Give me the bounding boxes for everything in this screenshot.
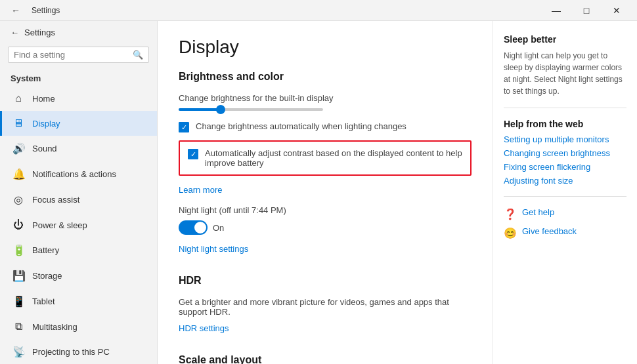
contrast-highlight-box[interactable]: ✓ Automatically adjust contrast based on… [179, 140, 472, 176]
learn-more-link[interactable]: Learn more [179, 185, 222, 195]
auto-brightness-checkbox[interactable]: ✓ [179, 122, 189, 132]
feedback-row[interactable]: 😊 Give feedback [504, 226, 626, 240]
get-help-link[interactable]: Get help [522, 207, 554, 217]
sidebar-item-battery[interactable]: 🔋 Battery [0, 237, 157, 263]
night-light-row: Night light (off until 7:44 PM) [179, 205, 472, 215]
sidebar-label-projecting: Projecting to this PC [32, 347, 110, 357]
sidebar-item-sound[interactable]: 🔊 Sound [0, 136, 157, 161]
sidebar-section-title: System [0, 68, 157, 86]
display-icon: 🖥 [12, 117, 24, 129]
right-panel: Sleep better Night light can help you ge… [493, 21, 637, 364]
web-link-2[interactable]: Fixing screen flickering [504, 162, 626, 172]
sidebar-item-home[interactable]: ⌂ Home [0, 86, 157, 111]
web-link-0[interactable]: Setting up multiple monitors [504, 134, 626, 144]
auto-brightness-label: Change brightness automatically when lig… [196, 121, 406, 131]
divider-2 [504, 196, 626, 197]
get-help-icon: ❓ [504, 208, 517, 220]
give-feedback-link[interactable]: Give feedback [522, 226, 577, 236]
tablet-icon: 📱 [12, 295, 24, 308]
app-body: ← Settings 🔍 System ⌂ Home 🖥 Display 🔊 S… [0, 21, 637, 364]
get-help-row[interactable]: ❓ Get help [504, 207, 626, 221]
sidebar-label-power: Power & sleep [32, 220, 87, 230]
focus-icon: ◎ [12, 193, 24, 206]
auto-brightness-row[interactable]: ✓ Change brightness automatically when l… [179, 121, 472, 132]
sidebar-label-battery: Battery [32, 245, 59, 255]
sidebar-label-multitasking: Multitasking [32, 322, 77, 332]
minimize-button[interactable]: — [541, 0, 571, 21]
titlebar-left: ← Settings [5, 0, 60, 21]
back-icon: ← [11, 28, 19, 37]
search-icon: 🔍 [133, 50, 143, 60]
night-light-toggle[interactable] [179, 220, 208, 235]
hdr-settings-link[interactable]: HDR settings [179, 323, 229, 333]
sidebar-label-sound: Sound [32, 144, 57, 153]
home-icon: ⌂ [12, 92, 24, 104]
divider-1 [504, 108, 626, 108]
sidebar-item-display[interactable]: 🖥 Display [0, 111, 157, 136]
sound-icon: 🔊 [12, 142, 24, 155]
brightness-section-title: Brightness and color [179, 71, 472, 83]
page-title: Display [179, 37, 472, 58]
sidebar-label-storage: Storage [32, 271, 62, 281]
close-button[interactable]: ✕ [602, 0, 632, 21]
night-light-toggle-row: On [179, 220, 472, 235]
night-light-settings-link[interactable]: Night light settings [179, 244, 248, 254]
contrast-label: Automatically adjust contrast based on t… [205, 148, 462, 168]
sidebar-item-projecting[interactable]: 📡 Projecting to this PC [0, 339, 157, 364]
sidebar-label-home: Home [32, 94, 55, 104]
sleep-desc: Night light can help you get to sleep by… [504, 50, 626, 97]
scale-title: Scale and layout [179, 354, 472, 364]
hdr-desc: Get a brighter and more vibrant picture … [179, 297, 472, 317]
sidebar-item-storage[interactable]: 💾 Storage [0, 263, 157, 289]
web-help-title: Help from the web [504, 119, 626, 129]
sidebar-back-label: Settings [24, 28, 55, 37]
maximize-button[interactable]: □ [571, 0, 602, 21]
sidebar-search-container[interactable]: 🔍 [8, 47, 149, 63]
sidebar-item-power[interactable]: ⏻ Power & sleep [0, 212, 157, 237]
web-link-3[interactable]: Adjusting font size [504, 176, 626, 186]
battery-icon: 🔋 [12, 244, 24, 256]
multitasking-icon: ⧉ [12, 321, 24, 333]
sidebar-item-notifications[interactable]: 🔔 Notifications & actions [0, 161, 157, 187]
sidebar-label-focus: Focus assist [32, 195, 79, 205]
storage-icon: 💾 [12, 270, 24, 282]
sidebar-item-tablet[interactable]: 📱 Tablet [0, 289, 157, 314]
sleep-title: Sleep better [504, 34, 626, 45]
toggle-on-label: On [213, 223, 224, 233]
titlebar-controls: — □ ✕ [541, 0, 632, 21]
main-content: Display Brightness and color Change brig… [158, 21, 493, 364]
brightness-label: Change brightness for the built-in displ… [179, 93, 472, 103]
sidebar-item-focus[interactable]: ◎ Focus assist [0, 187, 157, 212]
contrast-checkbox[interactable]: ✓ [188, 149, 198, 159]
night-light-label: Night light (off until 7:44 PM) [179, 205, 286, 215]
sidebar-label-display: Display [32, 119, 60, 129]
sidebar-back[interactable]: ← Settings [0, 21, 157, 44]
projecting-icon: 📡 [12, 346, 24, 358]
titlebar: ← Settings — □ ✕ [0, 0, 637, 21]
hdr-title: HDR [179, 275, 472, 287]
brightness-slider[interactable] [179, 108, 472, 111]
search-input[interactable] [14, 50, 133, 60]
sidebar-label-notifications: Notifications & actions [32, 169, 116, 179]
web-link-1[interactable]: Changing screen brightness [504, 148, 626, 158]
titlebar-title: Settings [32, 6, 60, 15]
notifications-icon: 🔔 [12, 168, 24, 180]
web-links-list: Setting up multiple monitorsChanging scr… [504, 134, 626, 186]
sidebar-items-list: ⌂ Home 🖥 Display 🔊 Sound 🔔 Notifications… [0, 86, 157, 364]
sidebar-label-tablet: Tablet [32, 296, 55, 306]
sidebar-item-multitasking[interactable]: ⧉ Multitasking [0, 314, 157, 339]
power-icon: ⏻ [12, 219, 24, 231]
feedback-icon: 😊 [504, 227, 517, 239]
back-button[interactable]: ← [5, 0, 26, 21]
toggle-knob [194, 222, 206, 233]
sidebar: ← Settings 🔍 System ⌂ Home 🖥 Display 🔊 S… [0, 21, 158, 364]
